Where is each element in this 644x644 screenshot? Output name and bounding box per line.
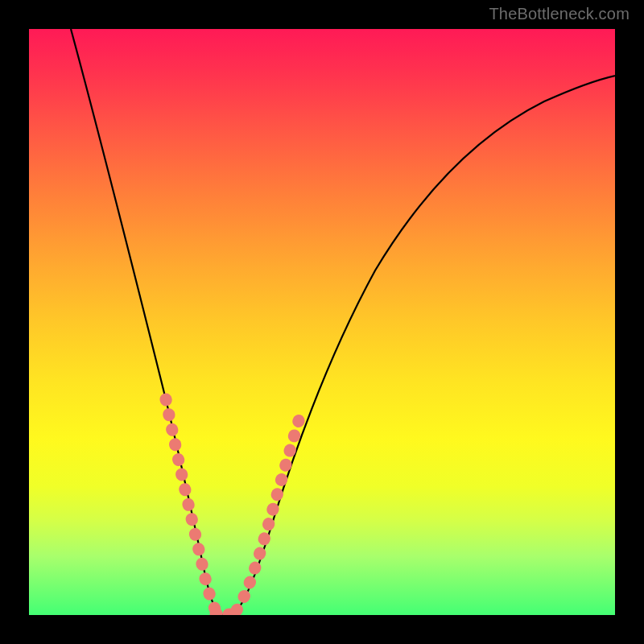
highlight-dots-right [237, 407, 303, 610]
watermark-text: TheBottleneck.com [489, 5, 630, 23]
chart-area [29, 29, 615, 615]
highlight-dots-left [166, 399, 217, 613]
bottleneck-curve [71, 29, 615, 615]
chart-svg [29, 29, 615, 615]
